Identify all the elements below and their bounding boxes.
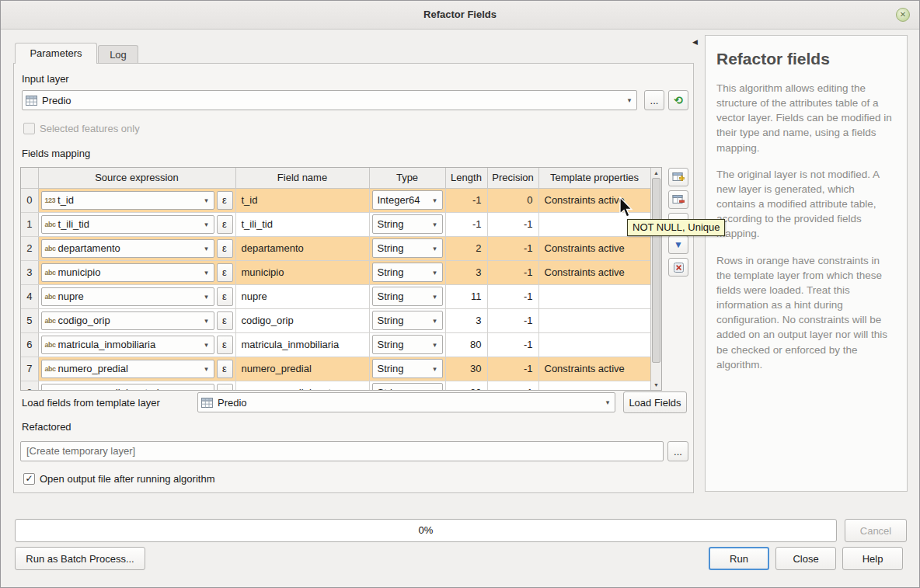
vertical-scrollbar[interactable]: ▲ ▼ (650, 168, 661, 390)
type-value: Integer64 (373, 194, 428, 206)
field-name-cell[interactable]: t_id (235, 188, 369, 212)
expression-builder-button[interactable]: ε (217, 191, 233, 210)
table-header-row: Source expression Field name Type Length… (21, 168, 650, 188)
cancel-button[interactable]: Cancel (845, 519, 907, 542)
row-index[interactable]: 6 (21, 332, 38, 357)
source-expression-select[interactable]: abcmatricula_inmobiliaria▾ (41, 336, 214, 354)
tab-parameters[interactable]: Parameters (15, 43, 97, 64)
reset-fields-button[interactable] (668, 258, 688, 277)
refactored-output-input[interactable]: [Create temporary layer] (20, 441, 664, 461)
fields-mapping-table: Source expression Field name Type Length… (20, 167, 662, 391)
source-expression-select[interactable]: abccodigo_orip▾ (41, 311, 214, 330)
add-field-button[interactable] (668, 168, 688, 186)
precision-cell[interactable]: -1 (487, 236, 538, 260)
length-cell[interactable]: 80 (445, 332, 487, 357)
source-expression-select[interactable]: abcmunicipio▾ (41, 263, 214, 282)
scrollbar-thumb[interactable] (652, 178, 660, 363)
refactored-browse-button[interactable]: ... (667, 441, 688, 461)
input-layer-browse-button[interactable]: ... (644, 90, 664, 110)
field-name-cell[interactable]: t_ili_tid (235, 212, 369, 236)
type-select[interactable]: String▾ (372, 311, 443, 330)
expression-builder-button[interactable]: ε (217, 215, 233, 234)
field-name-cell[interactable]: numero_predial_ante (235, 381, 369, 390)
length-cell[interactable]: 3 (445, 308, 487, 332)
run-as-batch-button[interactable]: Run as Batch Process... (15, 547, 145, 570)
type-select[interactable]: String▾ (372, 287, 443, 306)
length-cell[interactable]: 30 (445, 357, 487, 381)
remove-field-button[interactable] (668, 190, 688, 209)
source-expression-select[interactable]: abcdepartamento▾ (41, 239, 214, 258)
row-index[interactable]: 0 (21, 188, 38, 212)
expression-builder-button[interactable]: ε (217, 360, 233, 378)
precision-cell[interactable]: -1 (487, 332, 538, 357)
selected-features-checkbox[interactable] (23, 123, 35, 134)
length-cell[interactable]: 20 (445, 381, 487, 390)
iterate-layer-button[interactable]: ⟲ (668, 90, 688, 110)
row-index[interactable]: 1 (21, 212, 38, 236)
tab-log[interactable]: Log (98, 45, 138, 64)
field-name-cell[interactable]: nupre (235, 284, 369, 308)
expression-builder-button[interactable]: ε (217, 239, 233, 258)
input-layer-select[interactable]: Predio ▾ (22, 90, 637, 110)
length-cell[interactable]: -1 (445, 188, 487, 212)
precision-cell[interactable]: -1 (487, 308, 538, 332)
source-expression-select[interactable]: abcnumero_predial▾ (41, 360, 214, 378)
field-name-cell[interactable]: numero_predial (235, 357, 369, 381)
type-select[interactable]: String▾ (372, 214, 443, 234)
load-fields-button[interactable]: Load Fields (623, 391, 687, 413)
template-layer-select[interactable]: Predio ▾ (197, 392, 615, 412)
type-select[interactable]: String▾ (372, 335, 443, 354)
move-down-button[interactable]: ▼ (668, 235, 688, 254)
row-index[interactable]: 7 (21, 357, 38, 381)
source-expression-select[interactable]: abcnupre▾ (41, 287, 214, 306)
field-name-cell[interactable]: matricula_inmobiliaria (235, 332, 369, 357)
type-select[interactable]: String▾ (372, 359, 443, 378)
open-output-label: Open output file after running algorithm (40, 473, 214, 485)
precision-cell[interactable]: -1 (487, 260, 538, 284)
help-button[interactable]: Help (842, 547, 903, 570)
open-output-checkbox[interactable]: ✓ (23, 473, 35, 485)
precision-cell[interactable]: -1 (487, 212, 538, 236)
type-value: String (373, 387, 428, 390)
source-expression-select[interactable]: abcnumero_predial_anterior▾ (41, 384, 214, 391)
titlebar[interactable]: Refactor Fields ✕ (1, 1, 919, 30)
selected-features-row: Selected features only (23, 123, 140, 134)
refresh-icon: ⟲ (674, 94, 683, 106)
field-name-cell[interactable]: codigo_orip (235, 308, 369, 332)
type-select[interactable]: String▾ (372, 263, 443, 282)
type-cell: String▾ (369, 332, 445, 357)
type-select[interactable]: Integer64▾ (372, 190, 443, 210)
length-cell[interactable]: 3 (445, 260, 487, 284)
precision-cell[interactable]: 0 (487, 188, 538, 212)
row-index[interactable]: 5 (21, 308, 38, 332)
close-window-button[interactable]: ✕ (896, 8, 910, 22)
source-expression-select[interactable]: abct_ili_tid▾ (41, 215, 214, 234)
length-cell[interactable]: 11 (445, 284, 487, 308)
vector-layer-icon (26, 96, 37, 106)
expression-builder-button[interactable]: ε (217, 311, 233, 330)
source-expression-select[interactable]: 123t_id▾ (41, 191, 214, 210)
expression-builder-button[interactable]: ε (217, 336, 233, 354)
row-index[interactable]: 3 (21, 260, 38, 284)
row-index[interactable]: 4 (21, 284, 38, 308)
type-cell: Integer64▾ (369, 188, 445, 212)
field-name-cell[interactable]: municipio (235, 260, 369, 284)
row-index[interactable]: 8 (21, 381, 38, 390)
row-index[interactable]: 2 (21, 236, 38, 260)
type-select[interactable]: String▾ (372, 238, 443, 258)
expression-builder-button[interactable]: ε (217, 263, 233, 282)
type-select[interactable]: String▾ (372, 383, 443, 390)
scroll-up-icon[interactable]: ▲ (651, 168, 661, 178)
close-button[interactable]: Close (775, 547, 836, 570)
field-name-cell[interactable]: departamento (235, 236, 369, 260)
expression-builder-button[interactable]: ε (217, 287, 233, 306)
precision-cell[interactable]: -1 (487, 357, 538, 381)
collapse-help-button[interactable]: ◀ (692, 38, 698, 46)
length-cell[interactable]: -1 (445, 212, 487, 236)
precision-cell[interactable]: -1 (487, 381, 538, 390)
precision-cell[interactable]: -1 (487, 284, 538, 308)
expression-builder-button[interactable]: ε (217, 384, 233, 391)
length-cell[interactable]: 2 (445, 236, 487, 260)
scroll-down-icon[interactable]: ▼ (651, 380, 661, 390)
run-button[interactable]: Run (709, 547, 769, 570)
